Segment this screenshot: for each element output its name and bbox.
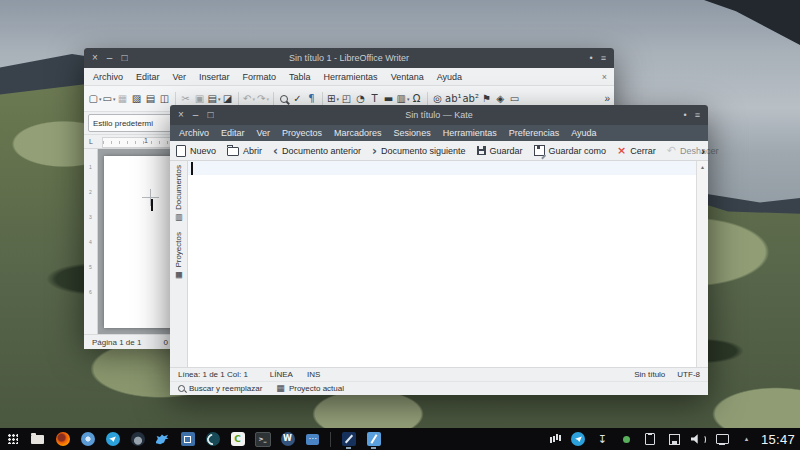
writer-menu-item[interactable]: Ventana [391,72,424,82]
separator[interactable] [322,92,323,106]
writer-menu-item[interactable]: Insertar [199,72,230,82]
sidebar-tab-icon: ▦ [174,271,183,280]
blue-box-app-icon[interactable] [180,432,195,447]
kate-titlebar[interactable]: × – □ Sin título — Kate • ≡ [170,105,708,125]
writer-menu-item[interactable]: Formato [243,72,277,82]
kate-menu-item[interactable]: Editar [221,128,245,138]
toolbar-button-label: Nuevo [190,146,216,156]
download-icon[interactable]: ↧ [595,432,610,447]
teal-circle-app-icon[interactable] [205,432,220,447]
toolbar-overflow-icon[interactable]: » [604,93,610,104]
documents-sidebar-tab[interactable]: ▤ Documentos [174,165,183,222]
writer-menu-item[interactable]: Herramientas [324,72,378,82]
kate-text-editor[interactable] [188,161,696,367]
writer-menu-item[interactable]: Archivo [93,72,123,82]
display-icon[interactable] [715,432,730,447]
kate-left-sidebar: ▤ Documentos ▦ Proyectos [170,161,188,367]
removable-device-icon[interactable] [667,432,682,447]
save-as-button[interactable]: Guardar como [534,145,607,156]
close-icon[interactable]: × [178,110,184,120]
kate-menu-item[interactable]: Ayuda [571,128,596,138]
toolbar-button-icon [227,147,239,156]
writer-menu-item[interactable]: Ver [173,72,187,82]
open-button[interactable]: Abrir [227,145,262,156]
kate-body: ▤ Documentos ▦ Proyectos ▴ [170,161,708,367]
terminal-icon[interactable]: >_ [255,432,270,447]
kate-menu-item[interactable]: Archivo [179,128,209,138]
next-document-button[interactable]: › Documento siguiente [372,145,466,157]
kate-menubar: ArchivoEditarVerProyectosMarcadoresSesio… [170,125,708,141]
kate-menu-item[interactable]: Ver [257,128,271,138]
kate-menu-item[interactable]: Proyectos [282,128,322,138]
w-circle-app-icon[interactable]: W [280,432,295,447]
separator[interactable] [273,92,274,106]
projects-sidebar-tab[interactable]: ▦ Proyectos [174,232,183,280]
page-count-status[interactable]: Página 1 de 1 [92,338,141,347]
telegram-tray-icon[interactable] [571,432,586,447]
chat-app-icon[interactable]: ⋯ [305,432,320,447]
close-icon[interactable]: × [92,53,98,63]
kate-menu-item[interactable]: Preferencias [509,128,560,138]
close-button[interactable]: × Cerrar [617,145,656,156]
scrollbar-up-icon[interactable]: ▴ [701,163,704,367]
volume-icon[interactable] [691,432,706,447]
minimize-icon[interactable]: – [193,110,199,120]
green-status-dot-icon[interactable] [619,432,634,447]
selection-mode-status[interactable]: LÍNEA [270,370,293,379]
file-manager-icon[interactable] [30,432,45,447]
dark-circle-app-icon[interactable] [130,432,145,447]
encoding-status[interactable]: UTF-8 [677,370,700,379]
save-button[interactable]: Guardar [477,146,523,156]
edit-mode-icon[interactable]: ▨ [130,90,144,108]
writer-menu-item[interactable]: Tabla [289,72,311,82]
writer-menu-item[interactable]: Ayuda [437,72,462,82]
insert-mode-status[interactable]: INS [307,370,320,379]
close-document-icon[interactable]: × [602,72,607,82]
writer-menu-item[interactable]: Editar [136,72,160,82]
minimize-icon[interactable]: – [107,53,113,63]
kate-menu-item[interactable]: Sesiones [394,128,431,138]
kate-menu-item[interactable]: Marcadores [334,128,382,138]
clipboard-icon[interactable] [643,432,658,447]
firefox-icon[interactable] [55,432,70,447]
telegram-icon[interactable] [105,432,120,447]
expand-tray-icon[interactable]: ▴ [739,432,754,447]
print-preview-icon[interactable]: ◫ [158,90,172,108]
writer-titlebar[interactable]: × – □ Sin título 1 - LibreOffice Writer … [84,48,614,68]
app-launcher-icon[interactable] [5,432,20,447]
open-icon[interactable]: ▭▾ [102,90,116,108]
search-replace-tab[interactable]: Buscar y reemplazar [178,384,262,393]
window-menu-icon[interactable]: ≡ [695,110,700,120]
green-c-app-icon[interactable]: C [230,432,245,447]
kate-statusbar: Línea: 1 de 1 Col: 1 LÍNEA INS Sin títul… [170,367,708,381]
shade-dot-icon[interactable]: • [684,110,687,120]
separator[interactable] [427,92,428,106]
window-menu-icon[interactable]: ≡ [601,53,606,63]
twitter-icon[interactable] [155,432,170,447]
taskbar-open-windows [341,432,381,447]
chromium-icon[interactable] [80,432,95,447]
undo-button[interactable]: ↶ Deshacer [667,145,719,156]
task-libreoffice-writer[interactable] [341,432,356,447]
document-name-status[interactable]: Sin título [634,370,665,379]
maximize-icon[interactable]: □ [121,53,127,63]
shade-dot-icon[interactable]: • [590,53,593,63]
current-project-tab[interactable]: ▦ Proyecto actual [276,384,344,393]
writer-vertical-ruler[interactable]: 123456 [84,149,98,334]
new-document-icon[interactable]: ▢▾ [88,90,102,108]
clock[interactable]: 15:47 [761,432,795,447]
kate-menu-item[interactable]: Herramientas [443,128,497,138]
line-col-status[interactable]: Línea: 1 de 1 Col: 1 [178,370,248,379]
print-icon[interactable]: ▤ [144,90,158,108]
separator[interactable] [175,92,176,106]
audio-mixer-icon[interactable] [547,432,562,447]
save-icon[interactable]: ▦ [116,90,130,108]
toolbar-button-icon: ‹ [273,145,278,157]
toolbar-button-label: Guardar como [549,146,607,156]
previous-document-button[interactable]: ‹ Documento anterior [273,145,361,157]
new-button[interactable]: Nuevo [176,145,216,157]
separator[interactable] [238,92,239,106]
maximize-icon[interactable]: □ [207,110,213,120]
task-kate[interactable] [366,432,381,447]
editor-scrollbar[interactable]: ▴ [696,161,708,367]
